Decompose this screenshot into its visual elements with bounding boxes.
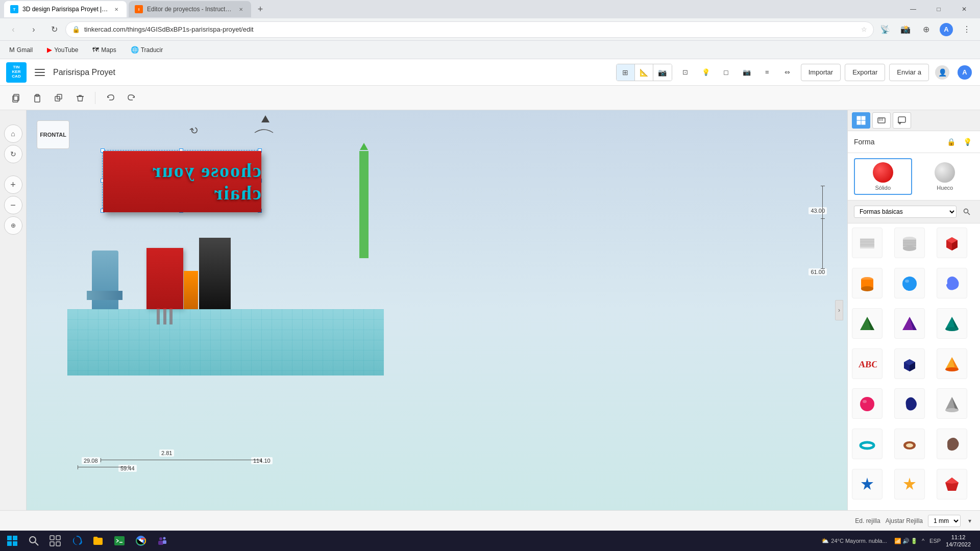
zoom-out-btn[interactable]: − xyxy=(4,196,22,214)
zoom-in-btn[interactable]: + xyxy=(4,176,22,194)
hamburger-button[interactable] xyxy=(32,64,48,81)
shape-green-pyramid[interactable] xyxy=(852,308,883,339)
grid-size-select[interactable]: 1 mm 2 mm 5 mm xyxy=(928,515,961,527)
cast-button[interactable]: 📡 xyxy=(876,20,894,39)
import-button[interactable]: Importar xyxy=(801,64,841,81)
screenshot-button[interactable]: 📸 xyxy=(896,20,915,39)
show-desktop-btn[interactable] xyxy=(975,532,978,550)
home-view-btn[interactable]: ⌂ xyxy=(4,124,22,143)
profile-button[interactable]: A xyxy=(937,20,955,39)
mirror-btn[interactable]: ⇔ xyxy=(778,63,797,82)
shapes-category-select[interactable]: Formas básicas Letras Símbolos xyxy=(854,206,957,218)
start-button[interactable] xyxy=(2,532,22,550)
copy-tool-btn[interactable] xyxy=(6,88,26,108)
grid-options-btn[interactable]: ▾ xyxy=(966,517,974,525)
bookmark-maps[interactable]: 🗺 Maps xyxy=(89,44,119,56)
bookmark-youtube[interactable]: ▶ YouTube xyxy=(44,44,81,56)
shape-navy-blob[interactable] xyxy=(894,388,925,419)
svg-point-16 xyxy=(964,209,968,213)
tab-close-1[interactable]: ✕ xyxy=(112,5,120,13)
files-taskbar-btn[interactable] xyxy=(88,532,108,550)
shape-organic-blue[interactable] xyxy=(937,268,967,298)
edge-taskbar-btn[interactable] xyxy=(66,532,87,550)
minimize-button[interactable]: — xyxy=(901,1,925,17)
light-icon-btn[interactable]: 💡 xyxy=(697,63,715,82)
shape-purple-pyramid[interactable] xyxy=(894,308,925,339)
bookmark-star-icon[interactable]: ☆ xyxy=(861,26,867,33)
battery-icon: 🔋 xyxy=(911,538,918,544)
menu-button[interactable]: ⋮ xyxy=(958,20,976,39)
bookmark-traducir[interactable]: 🌐 Traducir xyxy=(128,44,166,56)
shape-pink-sphere[interactable] xyxy=(852,388,883,419)
snap-icon-btn[interactable]: ⊡ xyxy=(676,63,695,82)
undo-tool-btn[interactable] xyxy=(101,88,120,108)
send-button[interactable]: Enviar a xyxy=(889,64,929,81)
shape-brown-torus[interactable] xyxy=(894,429,925,459)
shapes-search-btn[interactable] xyxy=(960,205,974,219)
canvas-area[interactable]: FRONTAL ↻ xyxy=(27,110,847,510)
paste-tool-btn[interactable] xyxy=(28,88,47,108)
ruler-view-btn[interactable]: 📐 xyxy=(635,64,653,81)
export-button[interactable]: Exportar xyxy=(845,64,885,81)
shapes-chat-btn[interactable] xyxy=(893,112,911,129)
tab-active[interactable]: T 3D design Parisrispa Proyet | Tin... ✕ xyxy=(4,1,127,17)
forward-button[interactable]: › xyxy=(24,20,43,39)
new-tab-button[interactable]: + xyxy=(253,2,267,16)
tinkercad-logo: TINKERCAD xyxy=(6,62,27,83)
delete-tool-btn[interactable] xyxy=(70,88,90,108)
tab-title-2: Editor de proyectos - Instructabl... xyxy=(147,6,233,13)
tab-close-2[interactable]: ✕ xyxy=(237,5,245,13)
teams-taskbar-btn[interactable] xyxy=(152,532,173,550)
nav-arrow-up[interactable] xyxy=(261,115,270,122)
shape-yellow-star[interactable] xyxy=(894,469,925,499)
chrome-taskbar-btn[interactable] xyxy=(131,532,151,550)
back-button[interactable]: ‹ xyxy=(4,20,22,39)
duplicate-tool-btn[interactable] xyxy=(49,88,68,108)
address-bar[interactable]: 🔒 tinkercad.com/things/4GISdBxBP1s-paris… xyxy=(65,21,874,38)
bookmark-gmail[interactable]: M Gmail xyxy=(6,44,36,56)
account-btn[interactable]: A xyxy=(955,63,974,82)
redo-tool-btn[interactable] xyxy=(122,88,141,108)
camera-btn[interactable]: 📷 xyxy=(738,63,756,82)
shapes-ruler-btn[interactable] xyxy=(872,112,891,129)
panel-lock-btn[interactable]: 🔒 xyxy=(944,135,958,148)
camera-view-btn[interactable]: 📷 xyxy=(653,64,672,81)
shape-teal-torus[interactable] xyxy=(852,429,883,459)
shape-outline-btn[interactable]: ◻ xyxy=(717,63,736,82)
shape-blue-star[interactable] xyxy=(852,469,883,499)
shape-gray-cone[interactable] xyxy=(937,388,967,419)
red-cube-preview xyxy=(942,233,962,253)
maximize-button[interactable]: □ xyxy=(927,1,950,17)
shape-yellow-pyramid[interactable] xyxy=(937,348,967,379)
bookmark-button[interactable]: ⊕ xyxy=(917,20,935,39)
panel-bulb-btn[interactable]: 💡 xyxy=(961,135,974,148)
shape-red-gem[interactable] xyxy=(937,469,967,499)
tab-inactive[interactable]: I Editor de proyectos - Instructabl... ✕ xyxy=(129,1,251,17)
close-button[interactable]: ✕ xyxy=(952,1,976,17)
shape-brown-blob[interactable] xyxy=(937,429,967,459)
task-view-btn[interactable] xyxy=(45,532,65,550)
hollow-btn[interactable]: Hueco xyxy=(916,158,974,195)
align-btn[interactable]: ≡ xyxy=(758,63,776,82)
shape-blue-sphere[interactable] xyxy=(894,268,925,298)
solid-label: Sólido xyxy=(875,185,891,191)
rotate-view-btn[interactable]: ↻ xyxy=(4,145,22,163)
search-taskbar-btn[interactable] xyxy=(23,532,44,550)
show-hidden-btn[interactable]: ^ xyxy=(922,538,924,544)
shape-orange-cylinder[interactable] xyxy=(852,268,883,298)
shape-dark-box[interactable] xyxy=(894,348,925,379)
shape-striped-box[interactable] xyxy=(852,228,883,258)
terminal-taskbar-btn[interactable] xyxy=(109,532,130,550)
user-profile-btn[interactable]: 👤 xyxy=(933,63,951,82)
grid-view-btn[interactable]: ⊞ xyxy=(617,64,635,81)
panel-collapse-btn[interactable]: › xyxy=(835,300,843,320)
solid-btn[interactable]: Sólido xyxy=(854,158,912,195)
fit-view-btn[interactable]: ⊕ xyxy=(4,216,22,235)
shape-striped-cylinder[interactable] xyxy=(894,228,925,258)
shape-teal-pyramid[interactable] xyxy=(937,308,967,339)
shape-red-cube[interactable] xyxy=(937,228,967,258)
frontal-view-btn[interactable]: FRONTAL xyxy=(37,120,69,149)
shapes-grid-view-btn[interactable] xyxy=(852,112,870,129)
reload-button[interactable]: ↻ xyxy=(45,20,63,39)
shape-text-red[interactable]: ABC xyxy=(852,348,883,379)
